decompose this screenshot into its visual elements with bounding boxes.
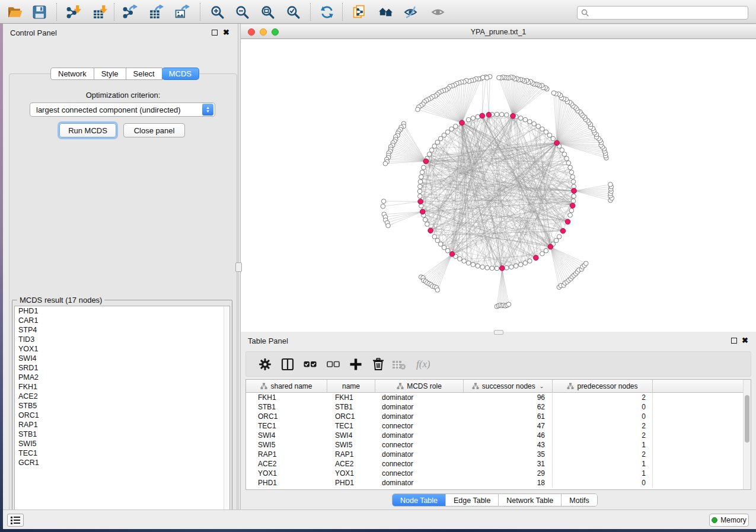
tab-network-table[interactable]: Network Table xyxy=(499,494,562,507)
network-node[interactable] xyxy=(427,152,432,157)
network-node[interactable] xyxy=(528,120,532,124)
export-image-button[interactable] xyxy=(171,2,193,22)
export-table-button[interactable] xyxy=(145,2,167,22)
eye-slash-button[interactable] xyxy=(400,2,422,22)
network-node[interactable] xyxy=(572,194,576,198)
network-node[interactable] xyxy=(505,113,509,117)
network-canvas[interactable] xyxy=(241,39,756,332)
network-node[interactable] xyxy=(445,248,450,253)
network-node[interactable] xyxy=(557,235,562,239)
eye-button[interactable] xyxy=(427,2,448,22)
network-node[interactable] xyxy=(523,261,528,265)
zoom-in-button[interactable] xyxy=(206,2,228,22)
network-leaf-node[interactable] xyxy=(435,288,440,293)
network-node[interactable] xyxy=(514,264,519,268)
network-node[interactable] xyxy=(480,265,485,270)
result-node-item[interactable]: STP4 xyxy=(15,325,229,335)
network-node[interactable] xyxy=(418,184,423,189)
mcds-hub-node[interactable] xyxy=(428,228,433,233)
network-node[interactable] xyxy=(442,245,446,250)
table-settings-gear-button[interactable] xyxy=(256,355,275,374)
result-node-item[interactable]: TID3 xyxy=(15,335,229,344)
network-node[interactable] xyxy=(566,161,571,165)
network-node[interactable] xyxy=(499,113,504,117)
result-node-item[interactable]: FKH1 xyxy=(15,382,229,392)
vertical-splitter-handle[interactable] xyxy=(235,262,242,272)
network-node[interactable] xyxy=(420,170,425,175)
network-node[interactable] xyxy=(505,265,509,270)
network-node[interactable] xyxy=(471,116,476,121)
zoom-selected-button[interactable] xyxy=(282,2,304,22)
network-node[interactable] xyxy=(445,130,450,134)
network-node[interactable] xyxy=(570,175,575,180)
network-leaf-node[interactable] xyxy=(416,107,420,112)
network-node[interactable] xyxy=(423,217,428,222)
network-node[interactable] xyxy=(419,175,424,180)
network-node[interactable] xyxy=(454,124,458,129)
network-node[interactable] xyxy=(554,238,559,243)
horizontal-splitter-handle[interactable] xyxy=(494,330,503,335)
network-node[interactable] xyxy=(418,194,423,198)
table-row[interactable]: TEC1TEC1connector472 xyxy=(246,421,744,431)
mcds-hub-node[interactable] xyxy=(554,140,560,146)
network-node[interactable] xyxy=(568,213,573,217)
tab-motifs[interactable]: Motifs xyxy=(562,494,596,507)
table-scrollbar[interactable] xyxy=(743,380,751,489)
network-node[interactable] xyxy=(438,242,443,246)
network-leaf-node[interactable] xyxy=(584,261,589,266)
network-node[interactable] xyxy=(449,127,454,132)
network-node[interactable] xyxy=(442,133,446,137)
column-header-predecessor-nodes[interactable]: predecessor nodes xyxy=(553,380,653,393)
network-node[interactable] xyxy=(569,209,574,213)
mcds-hub-node[interactable] xyxy=(534,255,539,261)
mcds-hub-node[interactable] xyxy=(548,244,553,249)
network-node[interactable] xyxy=(509,265,514,270)
mcds-hub-node[interactable] xyxy=(480,113,485,118)
network-node[interactable] xyxy=(476,114,480,119)
add-column-button[interactable] xyxy=(346,355,365,374)
mcds-hub-node[interactable] xyxy=(418,199,423,204)
close-panel-icon[interactable]: ✖ xyxy=(742,336,748,345)
run-mcds-button[interactable]: Run MCDS xyxy=(59,123,116,137)
network-node[interactable] xyxy=(417,189,422,194)
network-node[interactable] xyxy=(540,251,545,256)
close-panel-button[interactable]: Close panel xyxy=(123,123,185,137)
tab-mcds[interactable]: MCDS xyxy=(162,68,199,80)
result-node-item[interactable]: ACE2 xyxy=(15,392,229,401)
network-node[interactable] xyxy=(490,266,495,271)
network-leaf-node[interactable] xyxy=(383,161,388,166)
task-history-button[interactable] xyxy=(7,514,24,527)
import-network-button[interactable] xyxy=(63,2,84,22)
result-node-item[interactable]: TEC1 xyxy=(15,448,229,458)
network-node[interactable] xyxy=(547,133,552,137)
result-node-item[interactable]: PHD1 xyxy=(15,306,229,316)
mcds-result-list[interactable]: PHD1CAR1STP4TID3YOX1SWI4SRD1PMA2FKH1ACE2… xyxy=(14,306,230,518)
network-node[interactable] xyxy=(571,199,576,204)
result-node-item[interactable]: YOX1 xyxy=(15,344,229,354)
network-node[interactable] xyxy=(569,170,574,175)
result-node-item[interactable]: STB1 xyxy=(15,430,229,439)
search-input[interactable] xyxy=(589,7,748,18)
result-node-item[interactable]: RAP1 xyxy=(15,420,229,430)
delete-column-button[interactable] xyxy=(369,355,388,374)
float-window-icon[interactable] xyxy=(731,338,737,344)
mcds-hub-node[interactable] xyxy=(570,203,575,209)
mcds-hub-node[interactable] xyxy=(500,265,505,271)
network-node[interactable] xyxy=(429,148,434,153)
select-all-rows-button[interactable] xyxy=(301,355,320,374)
tab-style[interactable]: Style xyxy=(94,68,126,80)
close-panel-icon[interactable]: ✖ xyxy=(223,28,229,37)
mcds-hub-node[interactable] xyxy=(572,188,577,194)
mcds-hub-node[interactable] xyxy=(486,112,492,117)
network-node[interactable] xyxy=(485,265,490,270)
result-list-scrollbar[interactable] xyxy=(224,306,229,517)
network-node[interactable] xyxy=(495,112,499,117)
tab-network[interactable]: Network xyxy=(50,68,94,80)
deselect-all-rows-button[interactable] xyxy=(324,355,343,374)
mcds-hub-node[interactable] xyxy=(449,252,455,257)
network-node[interactable] xyxy=(518,262,523,267)
network-node[interactable] xyxy=(536,124,541,129)
result-node-item[interactable]: STB5 xyxy=(15,401,229,411)
refresh-button[interactable] xyxy=(316,2,337,22)
network-node[interactable] xyxy=(523,117,528,122)
